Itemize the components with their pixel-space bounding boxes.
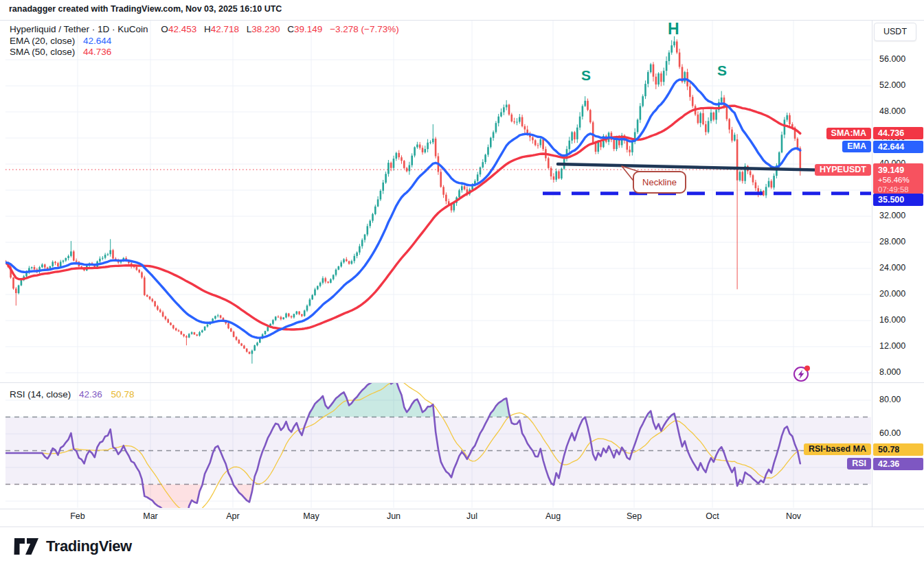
price-tick-label: 52.000	[879, 80, 905, 90]
rsi-ma-axis-value: 50.78	[873, 443, 923, 456]
price-tick-label: 32.000	[879, 211, 905, 220]
change-value: −3.278 (−7.73%)	[330, 24, 399, 34]
price-tick-label: 28.000	[879, 237, 905, 246]
high-value: 42.718	[211, 24, 239, 34]
ema-label: EMA (20, close)	[10, 36, 75, 46]
price-tick-label: 20.000	[879, 289, 905, 299]
month-label[interactable]: Apr	[226, 511, 239, 521]
support-level-badge: 35.500	[873, 194, 923, 206]
rsi-label: RSI (14, close)	[10, 389, 71, 400]
rsi-tick-label: 60.00	[879, 428, 901, 438]
month-label[interactable]: Sep	[627, 511, 642, 521]
symbol-axis-label: HYPEUSDT	[815, 164, 871, 176]
sma-legend[interactable]: SMA (50, close) 44.736	[10, 47, 111, 57]
symbol-title: Hyperliquid / Tether · 1D · KuCoin	[10, 24, 148, 34]
price-tick-label: 16.000	[879, 315, 905, 325]
ema-axis-value: 42.644	[873, 141, 923, 153]
rsi-ma-value: 50.78	[111, 389, 135, 400]
flash-events-icon[interactable]	[791, 363, 812, 384]
currency-unit-button[interactable]: USDT	[874, 23, 916, 41]
sma-axis-label: SMA:MA	[826, 128, 871, 139]
neckline-callout[interactable]: Neckline	[633, 171, 686, 194]
tradingview-logo-icon	[14, 537, 40, 555]
last-change-pct: +56.46%	[878, 175, 923, 185]
month-label[interactable]: Mar	[143, 511, 158, 521]
price-tick-label: 24.000	[879, 263, 905, 273]
chart-canvas[interactable]	[0, 0, 924, 567]
rsi-axis-value: 42.36	[873, 458, 923, 470]
high-label: H	[204, 24, 211, 34]
symbol-legend[interactable]: Hyperliquid / Tether · 1D · KuCoin O42.4…	[10, 24, 399, 34]
month-label[interactable]: Jun	[387, 511, 401, 521]
last-price-badge: 39.149 +56.46% 07:49:58	[873, 163, 923, 194]
open-value: 42.453	[168, 24, 196, 34]
ema-value: 42.644	[83, 36, 111, 46]
tradingview-logo: TradingView	[14, 537, 132, 555]
notification-dot	[804, 366, 810, 371]
rsi-legend[interactable]: RSI (14, close) 42.36 50.78	[10, 389, 134, 400]
month-label[interactable]: Oct	[706, 511, 719, 521]
sma-axis-value: 44.736	[873, 127, 923, 139]
month-label[interactable]: Aug	[545, 511, 561, 521]
open-label: O	[161, 24, 168, 34]
close-value: 39.149	[294, 24, 322, 34]
price-tick-label: 48.000	[879, 106, 905, 116]
last-price: 39.149	[878, 165, 923, 175]
rsi-axis-label: RSI	[847, 458, 871, 470]
tradingview-logo-text: TradingView	[46, 537, 132, 555]
price-tick-label: 12.000	[879, 341, 905, 351]
right-shoulder-label[interactable]: S	[717, 62, 727, 79]
price-tick-label: 56.000	[879, 54, 905, 64]
month-label[interactable]: May	[303, 511, 319, 521]
bar-countdown: 07:49:58	[878, 185, 923, 194]
low-value: 38.230	[251, 24, 280, 34]
rsi-ma-axis-label: RSI-based MA	[804, 443, 871, 455]
month-label[interactable]: Feb	[70, 511, 85, 521]
lightning-bolt-icon	[798, 370, 804, 380]
sma-label: SMA (50, close)	[10, 47, 75, 57]
ema-axis-label: EMA	[842, 141, 871, 152]
ema-legend[interactable]: EMA (20, close) 42.644	[10, 36, 111, 46]
price-tick-label: 8.000	[879, 367, 901, 377]
month-label[interactable]: Nov	[786, 511, 801, 521]
month-label[interactable]: Jul	[466, 511, 477, 521]
close-label: C	[287, 24, 294, 34]
rsi-tick-label: 80.00	[879, 395, 901, 404]
sma-value: 44.736	[83, 47, 111, 57]
head-label[interactable]: H	[668, 20, 679, 38]
rsi-value: 42.36	[79, 389, 102, 400]
left-shoulder-label[interactable]: S	[581, 67, 591, 84]
